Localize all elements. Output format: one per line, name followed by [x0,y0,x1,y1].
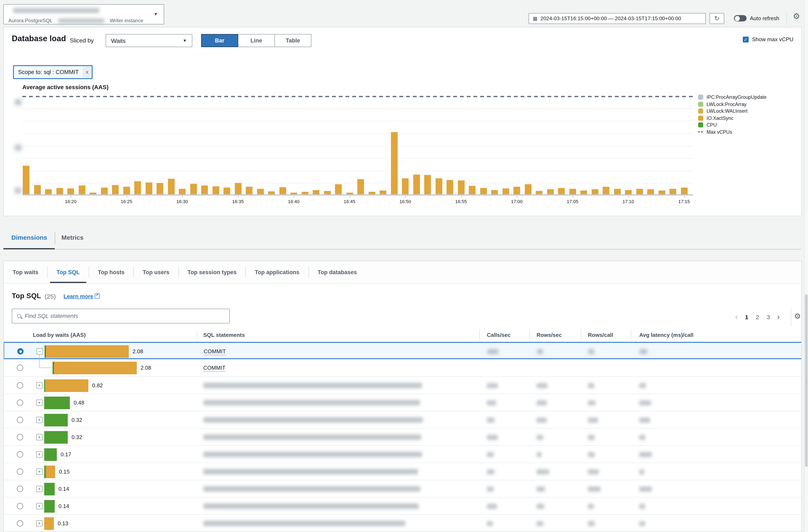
chart-bar[interactable] [212,186,219,194]
chart-bar[interactable] [357,179,364,194]
chart-bar[interactable] [301,192,308,194]
row-radio[interactable] [17,365,23,371]
chart-bar[interactable] [90,192,96,194]
chart-bar[interactable] [603,187,609,194]
chart-bar[interactable] [413,175,420,194]
chart-bar[interactable] [112,185,119,194]
subtab-top-databases[interactable]: Top databases [309,261,366,283]
row-radio[interactable] [17,348,23,355]
table-row[interactable]: –2.08COMMIT [4,342,802,359]
chart-bar[interactable] [569,189,576,194]
row-radio[interactable] [17,400,23,406]
chart-bar[interactable] [491,190,498,194]
sql-statement-link[interactable]: COMMIT [203,365,225,372]
chart-bar[interactable] [335,185,342,194]
chart-bar[interactable] [391,132,398,194]
collapse-button[interactable]: – [37,348,43,355]
chart-bar[interactable] [424,175,431,194]
chart-bar[interactable] [513,187,520,194]
chart-bar[interactable] [346,192,353,194]
subtab-top-applications[interactable]: Top applications [246,261,309,283]
table-row[interactable]: 2.08COMMIT [4,359,802,376]
chart-bar[interactable] [145,183,152,194]
expand-button[interactable]: + [36,503,42,509]
next-page-button[interactable]: › [774,313,783,321]
chart-bar[interactable] [469,186,476,194]
chart-bar[interactable] [446,180,453,194]
chart-bar[interactable] [168,179,175,194]
chart-bar[interactable] [547,189,554,194]
chart-bar[interactable] [157,183,163,194]
expand-button[interactable]: + [36,417,42,423]
row-radio[interactable] [17,503,23,509]
sql-search-input[interactable]: Find SQL statements [12,309,230,323]
subtab-top-sql[interactable]: Top SQL [48,261,89,283]
chart-bar[interactable] [23,166,30,194]
chart-bar[interactable] [380,191,386,194]
prev-page-button[interactable]: ‹ [732,313,741,321]
chart-bar[interactable] [647,189,654,194]
chart-bar[interactable] [324,191,331,194]
row-radio[interactable] [17,382,23,388]
row-radio[interactable] [17,469,23,475]
subtab-top-session-types[interactable]: Top session types [179,261,245,283]
chart-bar[interactable] [625,190,632,194]
chart-bar[interactable] [580,191,587,194]
chart-bar[interactable] [290,192,297,194]
table-row[interactable]: +0.82 [4,376,802,394]
table-row[interactable]: +0.14 [4,480,802,497]
table-row[interactable]: +0.15 [4,462,802,480]
chart-bar[interactable] [56,188,63,194]
chart-bar[interactable] [134,181,141,194]
chart-bar[interactable] [681,187,687,194]
load-chart[interactable] [22,96,693,195]
remove-filter-button[interactable]: x [82,66,92,78]
chart-bar[interactable] [190,184,197,194]
table-row[interactable]: +0.48 [4,394,802,411]
expand-button[interactable]: + [36,400,42,406]
vertical-scrollbar-thumb[interactable] [805,294,808,467]
chart-bar[interactable] [257,189,264,194]
chart-bar[interactable] [435,178,442,194]
show-max-vcpu[interactable]: ✓ Show max vCPU [743,36,793,42]
settings-gear-icon[interactable]: ⚙ [793,11,800,21]
subtab-top-hosts[interactable]: Top hosts [89,261,133,283]
view-option-table[interactable]: Table [274,34,311,47]
instance-selector[interactable]: Aurora PostgreSQL Writer instance ▼ [3,4,164,24]
expand-button[interactable]: + [36,486,42,492]
chart-bar[interactable] [525,185,531,194]
time-range-picker[interactable]: ▦ 2024-03-15T16:15:00+00:00 — 2024-03-15… [529,13,706,24]
expand-button[interactable]: + [36,434,42,440]
chart-bar[interactable] [458,180,464,194]
chart-bar[interactable] [246,187,253,194]
chart-bar[interactable] [223,187,230,194]
subtab-top-waits[interactable]: Top waits [4,261,47,283]
chart-bar[interactable] [591,189,598,194]
chart-bar[interactable] [179,189,186,194]
row-radio[interactable] [17,486,23,492]
auto-refresh-toggle[interactable] [734,15,747,21]
chart-bar[interactable] [502,188,509,194]
chart-bar[interactable] [45,189,52,194]
chart-bar[interactable] [34,185,41,194]
table-settings-gear-icon[interactable]: ⚙ [794,311,801,321]
chart-bar[interactable] [235,183,241,194]
tab-metrics[interactable]: Metrics [61,234,84,241]
table-row[interactable]: +0.17 [4,445,802,462]
view-option-bar[interactable]: Bar [201,34,238,47]
table-row[interactable]: +0.14 [4,497,802,514]
chart-bar[interactable] [78,186,85,194]
chart-bar[interactable] [268,192,275,194]
expand-button[interactable]: + [36,382,42,388]
chart-bar[interactable] [313,190,319,194]
table-row[interactable]: +0.32 [4,428,802,445]
chart-bar[interactable] [614,189,621,194]
tab-dimensions[interactable]: Dimensions [11,234,47,241]
page-2[interactable]: 2 [752,314,763,321]
checkbox-checked-icon[interactable]: ✓ [743,36,749,42]
learn-more-link[interactable]: Learn more [63,293,93,300]
expand-button[interactable]: + [36,520,42,527]
chart-bar[interactable] [402,178,409,194]
chart-bar[interactable] [636,189,643,194]
row-radio[interactable] [17,520,23,527]
